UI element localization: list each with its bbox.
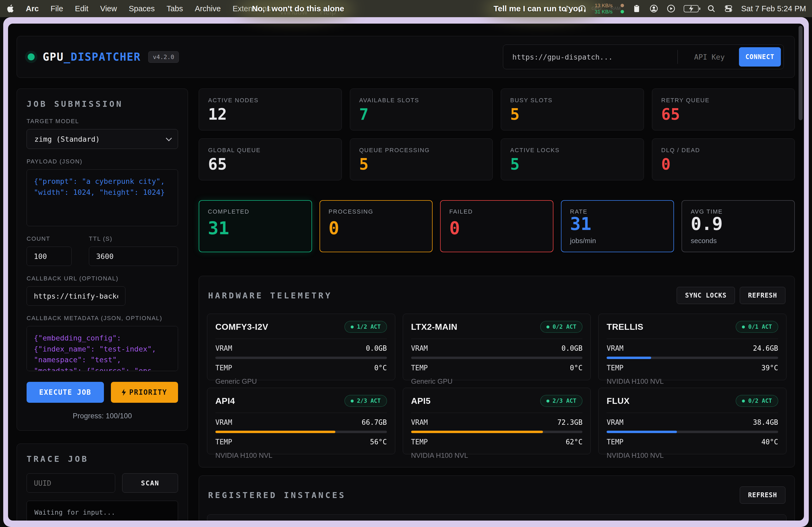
- ttl-input[interactable]: [89, 246, 178, 266]
- gpu-card-api4: API4 2/3 ACT VRAM66.7GB TEMP56°C NVIDIA …: [207, 388, 395, 454]
- status-sublabel: jobs/min: [570, 237, 665, 245]
- song-lyric-overlay-right: Tell me I can run to you: [494, 0, 583, 17]
- vram-value: 38.4GB: [753, 418, 778, 426]
- vram-label: VRAM: [215, 344, 232, 352]
- stat-value: 65: [208, 156, 332, 172]
- vram-value: 24.6GB: [753, 344, 778, 352]
- count-input[interactable]: [27, 246, 72, 266]
- endpoint-url-input[interactable]: [512, 53, 675, 61]
- instances-refresh-button[interactable]: REFRESH: [740, 486, 785, 504]
- uuid-input[interactable]: [27, 473, 115, 493]
- stat-card-dlq-dead: DLQ / DEAD 0: [652, 138, 795, 180]
- clipboard-icon[interactable]: [632, 4, 641, 13]
- menu-clock[interactable]: Sat 7 Feb 5:24 PM: [741, 4, 806, 13]
- status-label: PROCESSING: [329, 208, 424, 215]
- apple-menu-icon[interactable]: [6, 4, 14, 13]
- stat-label: DLQ / DEAD: [661, 147, 786, 154]
- vram-bar: [607, 431, 778, 433]
- vram-value: 0.0GB: [562, 344, 582, 352]
- status-label: FAILED: [449, 208, 544, 215]
- hardware-telemetry-title: HARDWARE TELEMETRY: [208, 291, 332, 300]
- gpu-name: COMFY3-I2V: [215, 322, 268, 332]
- gpu-active-badge: 0/1 ACT: [736, 321, 778, 333]
- status-value: 31: [570, 215, 665, 233]
- telemetry-refresh-button[interactable]: REFRESH: [740, 287, 785, 304]
- status-card-failed: FAILED 0: [440, 200, 553, 252]
- trace-job-panel: TRACE JOB SCAN Waiting for input...: [17, 443, 188, 521]
- gpu-active-badge: 2/3 ACT: [345, 395, 387, 407]
- badge-dot: [742, 326, 745, 328]
- temp-label: TEMP: [607, 438, 624, 446]
- progress-text: Progress: 100/100: [27, 412, 178, 420]
- stats-grid: ACTIVE NODES 12 AVAILABLE SLOTS 7 BUSY S…: [199, 89, 795, 180]
- vram-value: 0.0GB: [366, 344, 387, 352]
- chevron-down-icon: [166, 135, 172, 141]
- lightning-bolt-icon: [122, 389, 126, 396]
- priority-button-label: PRIORITY: [129, 388, 167, 396]
- count-label: COUNT: [27, 235, 72, 242]
- scan-button[interactable]: SCAN: [122, 473, 178, 493]
- gpu-model: NVIDIA H100 NVL: [411, 451, 583, 460]
- gpu-name: LTX2-MAIN: [411, 322, 458, 332]
- vram-label: VRAM: [411, 418, 428, 426]
- gpu-model: Generic GPU: [215, 377, 387, 386]
- stat-card-active-locks: ACTIVE LOCKS 5: [501, 138, 644, 180]
- status-label: COMPLETED: [208, 208, 303, 215]
- app-header: GPU_DISPATCHER v4.2.0 CONNECT: [17, 36, 795, 78]
- gpu-active-badge: 1/2 ACT: [345, 321, 387, 333]
- job-submission-title: JOB SUBMISSION: [27, 99, 178, 109]
- menu-spaces[interactable]: Spaces: [129, 4, 155, 13]
- stat-card-retry-queue: RETRY QUEUE 65: [652, 89, 795, 131]
- sync-locks-button[interactable]: SYNC LOCKS: [677, 287, 735, 304]
- target-model-select[interactable]: zimg (Standard): [27, 129, 178, 149]
- stat-value: 65: [661, 107, 786, 122]
- stat-label: GLOBAL QUEUE: [208, 147, 332, 154]
- gpu-dispatcher-page: GPU_DISPATCHER v4.2.0 CONNECT JOB SUBMIS…: [8, 24, 804, 521]
- gpu-name: FLUX: [607, 396, 630, 406]
- connect-button[interactable]: CONNECT: [739, 47, 781, 66]
- page-scrollbar[interactable]: [799, 26, 802, 120]
- badge-dot: [547, 400, 549, 403]
- gpu-name: API4: [215, 396, 235, 406]
- stat-value: 7: [359, 107, 483, 122]
- execute-job-button[interactable]: EXECUTE JOB: [27, 382, 104, 403]
- callback-url-input[interactable]: [27, 286, 126, 306]
- battery-icon[interactable]: [684, 5, 699, 12]
- vram-bar: [411, 357, 583, 359]
- ttl-label: TTL (S): [89, 235, 178, 242]
- stat-card-queue-processing: QUEUE PROCESSING 5: [350, 138, 493, 180]
- control-center-icon[interactable]: [724, 4, 733, 13]
- temp-value: 62°C: [566, 438, 583, 446]
- gpu-card-ltx2-main: LTX2-MAIN 0/2 ACT VRAM0.0GB TEMP0°C Gene…: [403, 314, 591, 380]
- user-account-icon[interactable]: [649, 4, 658, 13]
- status-dot-bottom: [621, 10, 624, 13]
- gpu-name: API5: [411, 396, 431, 406]
- spotlight-search-icon[interactable]: [707, 4, 716, 13]
- stat-label: AVAILABLE SLOTS: [359, 97, 483, 104]
- status-value: 0: [449, 220, 544, 237]
- menu-tabs[interactable]: Tabs: [166, 4, 183, 13]
- menu-archive[interactable]: Archive: [195, 4, 221, 13]
- temp-label: TEMP: [215, 364, 232, 372]
- play-media-icon[interactable]: [666, 4, 676, 13]
- vram-label: VRAM: [411, 344, 428, 352]
- api-key-input[interactable]: [680, 53, 739, 61]
- gpu-model: NVIDIA H100 NVL: [215, 451, 387, 460]
- gpu-model: NVIDIA H100 NVL: [607, 451, 778, 460]
- menu-arc[interactable]: Arc: [26, 4, 39, 13]
- badge-dot: [547, 326, 549, 328]
- priority-button[interactable]: PRIORITY: [111, 382, 178, 403]
- menu-view[interactable]: View: [100, 4, 117, 13]
- job-status-row: COMPLETED 31 PROCESSING 0 FAILED 0 RAT: [199, 200, 795, 252]
- payload-textarea[interactable]: {"prompt": "a cyberpunk city", "width": …: [27, 169, 178, 226]
- callback-metadata-textarea[interactable]: {"embedding_config": {"index_name": "tes…: [27, 326, 178, 371]
- menu-edit[interactable]: Edit: [75, 4, 88, 13]
- stat-value: 12: [208, 107, 332, 122]
- menu-file[interactable]: File: [50, 4, 63, 13]
- app-title: GPU_DISPATCHER: [43, 51, 141, 63]
- hardware-telemetry-panel: HARDWARE TELEMETRY SYNC LOCKS REFRESH CO…: [199, 276, 795, 467]
- stat-card-global-queue: GLOBAL QUEUE 65: [199, 138, 342, 180]
- status-card-avg-time: AVG TIME 0.9 seconds: [682, 200, 795, 252]
- status-value: 0: [329, 220, 424, 237]
- music-note-icon[interactable]: ♪: [564, 4, 569, 13]
